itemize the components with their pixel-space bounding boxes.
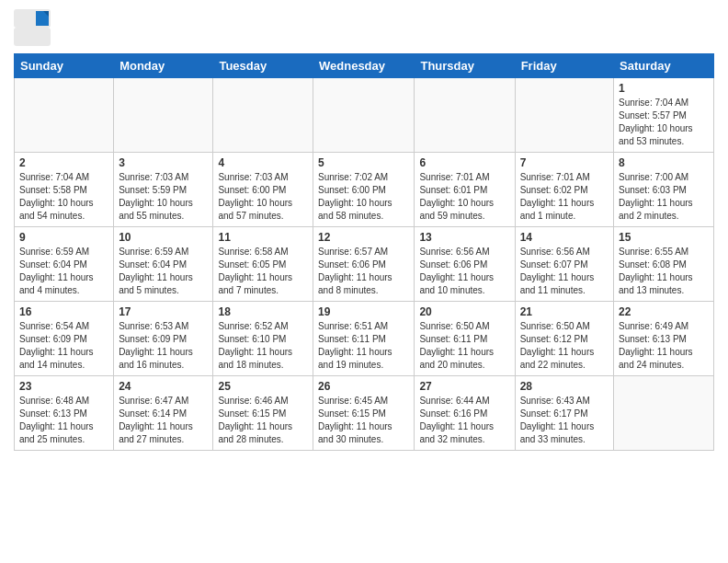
day-info: Sunrise: 6:50 AM Sunset: 6:12 PM Dayligh…: [520, 320, 609, 372]
day-number: 1: [619, 82, 709, 95]
day-number: 17: [119, 305, 208, 318]
calendar-cell: 2Sunrise: 7:04 AM Sunset: 5:58 PM Daylig…: [15, 153, 114, 227]
calendar-cell: [515, 78, 613, 153]
day-number: 6: [419, 156, 509, 169]
day-number: 12: [318, 231, 409, 244]
calendar-cell: [213, 78, 313, 153]
calendar-cell: 20Sunrise: 6:50 AM Sunset: 6:11 PM Dayli…: [415, 302, 515, 376]
day-number: 8: [619, 156, 709, 169]
calendar-cell: 15Sunrise: 6:55 AM Sunset: 6:08 PM Dayli…: [614, 227, 714, 302]
calendar-cell: 12Sunrise: 6:57 AM Sunset: 6:06 PM Dayli…: [313, 227, 415, 302]
day-info: Sunrise: 6:50 AM Sunset: 6:11 PM Dayligh…: [419, 320, 509, 372]
day-number: 27: [419, 380, 509, 393]
calendar-cell: 24Sunrise: 6:47 AM Sunset: 6:14 PM Dayli…: [114, 376, 213, 451]
day-info: Sunrise: 6:49 AM Sunset: 6:13 PM Dayligh…: [619, 320, 709, 372]
calendar-cell: 13Sunrise: 6:56 AM Sunset: 6:06 PM Dayli…: [415, 227, 515, 302]
day-number: 9: [19, 231, 108, 244]
day-number: 28: [520, 380, 609, 393]
day-number: 20: [419, 305, 509, 318]
weekday-header-monday: Monday: [114, 54, 213, 78]
day-info: Sunrise: 7:00 AM Sunset: 6:03 PM Dayligh…: [619, 171, 709, 223]
day-info: Sunrise: 6:47 AM Sunset: 6:14 PM Dayligh…: [119, 395, 208, 446]
day-number: 5: [318, 156, 409, 169]
logo-icon-area: [14, 9, 51, 46]
day-number: 3: [119, 156, 208, 169]
week-row-2: 2Sunrise: 7:04 AM Sunset: 5:58 PM Daylig…: [15, 153, 714, 227]
day-number: 4: [218, 156, 308, 169]
week-row-3: 9Sunrise: 6:59 AM Sunset: 6:04 PM Daylig…: [15, 227, 714, 302]
day-number: 26: [318, 380, 409, 393]
day-info: Sunrise: 7:02 AM Sunset: 6:00 PM Dayligh…: [318, 171, 409, 223]
calendar-cell: 19Sunrise: 6:51 AM Sunset: 6:11 PM Dayli…: [313, 302, 415, 376]
day-info: Sunrise: 6:45 AM Sunset: 6:15 PM Dayligh…: [318, 395, 409, 446]
calendar-cell: 1Sunrise: 7:04 AM Sunset: 5:57 PM Daylig…: [614, 78, 714, 153]
day-info: Sunrise: 6:53 AM Sunset: 6:09 PM Dayligh…: [119, 320, 208, 372]
day-info: Sunrise: 6:54 AM Sunset: 6:09 PM Dayligh…: [19, 320, 108, 372]
day-info: Sunrise: 6:59 AM Sunset: 6:04 PM Dayligh…: [119, 246, 208, 297]
day-number: 13: [419, 231, 509, 244]
day-number: 18: [218, 305, 308, 318]
weekday-header-tuesday: Tuesday: [213, 54, 313, 78]
weekday-header-sunday: Sunday: [15, 54, 114, 78]
weekday-header-wednesday: Wednesday: [313, 54, 415, 78]
weekday-header-thursday: Thursday: [415, 54, 515, 78]
calendar-cell: 17Sunrise: 6:53 AM Sunset: 6:09 PM Dayli…: [114, 302, 213, 376]
week-row-5: 23Sunrise: 6:48 AM Sunset: 6:13 PM Dayli…: [15, 376, 714, 451]
week-row-1: 1Sunrise: 7:04 AM Sunset: 5:57 PM Daylig…: [15, 78, 714, 153]
calendar-cell: [614, 376, 714, 451]
calendar-cell: [313, 78, 415, 153]
calendar-cell: [114, 78, 213, 153]
day-number: 7: [520, 156, 609, 169]
svg-rect-0: [14, 28, 51, 46]
calendar-cell: 14Sunrise: 6:56 AM Sunset: 6:07 PM Dayli…: [515, 227, 613, 302]
day-number: 22: [619, 305, 709, 318]
logo-svg-icon: [14, 9, 51, 46]
day-info: Sunrise: 6:57 AM Sunset: 6:06 PM Dayligh…: [318, 246, 409, 297]
day-info: Sunrise: 6:58 AM Sunset: 6:05 PM Dayligh…: [218, 246, 308, 297]
day-info: Sunrise: 6:48 AM Sunset: 6:13 PM Dayligh…: [19, 395, 108, 446]
day-info: Sunrise: 6:55 AM Sunset: 6:08 PM Dayligh…: [619, 246, 709, 297]
day-number: 16: [19, 305, 108, 318]
calendar-cell: 5Sunrise: 7:02 AM Sunset: 6:00 PM Daylig…: [313, 153, 415, 227]
weekday-header-friday: Friday: [515, 54, 613, 78]
header: [14, 9, 714, 46]
day-info: Sunrise: 7:01 AM Sunset: 6:01 PM Dayligh…: [419, 171, 509, 223]
calendar-cell: 8Sunrise: 7:00 AM Sunset: 6:03 PM Daylig…: [614, 153, 714, 227]
calendar-cell: 11Sunrise: 6:58 AM Sunset: 6:05 PM Dayli…: [213, 227, 313, 302]
week-row-4: 16Sunrise: 6:54 AM Sunset: 6:09 PM Dayli…: [15, 302, 714, 376]
day-info: Sunrise: 6:56 AM Sunset: 6:07 PM Dayligh…: [520, 246, 609, 297]
day-info: Sunrise: 7:04 AM Sunset: 5:58 PM Dayligh…: [19, 171, 108, 223]
calendar-cell: 16Sunrise: 6:54 AM Sunset: 6:09 PM Dayli…: [15, 302, 114, 376]
day-info: Sunrise: 6:56 AM Sunset: 6:06 PM Dayligh…: [419, 246, 509, 297]
logo: [14, 9, 52, 46]
calendar-cell: 10Sunrise: 6:59 AM Sunset: 6:04 PM Dayli…: [114, 227, 213, 302]
calendar-cell: [15, 78, 114, 153]
day-info: Sunrise: 6:59 AM Sunset: 6:04 PM Dayligh…: [19, 246, 108, 297]
calendar-cell: [415, 78, 515, 153]
calendar-cell: 27Sunrise: 6:44 AM Sunset: 6:16 PM Dayli…: [415, 376, 515, 451]
page: SundayMondayTuesdayWednesdayThursdayFrid…: [0, 0, 728, 563]
day-info: Sunrise: 7:01 AM Sunset: 6:02 PM Dayligh…: [520, 171, 609, 223]
day-number: 10: [119, 231, 208, 244]
calendar-cell: 6Sunrise: 7:01 AM Sunset: 6:01 PM Daylig…: [415, 153, 515, 227]
day-number: 21: [520, 305, 609, 318]
day-info: Sunrise: 7:04 AM Sunset: 5:57 PM Dayligh…: [619, 97, 709, 148]
day-number: 11: [218, 231, 308, 244]
calendar-cell: 26Sunrise: 6:45 AM Sunset: 6:15 PM Dayli…: [313, 376, 415, 451]
day-info: Sunrise: 6:43 AM Sunset: 6:17 PM Dayligh…: [520, 395, 609, 446]
calendar-cell: 22Sunrise: 6:49 AM Sunset: 6:13 PM Dayli…: [614, 302, 714, 376]
calendar-cell: 23Sunrise: 6:48 AM Sunset: 6:13 PM Dayli…: [15, 376, 114, 451]
day-info: Sunrise: 7:03 AM Sunset: 6:00 PM Dayligh…: [218, 171, 308, 223]
calendar-cell: 4Sunrise: 7:03 AM Sunset: 6:00 PM Daylig…: [213, 153, 313, 227]
weekday-header-row: SundayMondayTuesdayWednesdayThursdayFrid…: [15, 54, 714, 78]
calendar-cell: 28Sunrise: 6:43 AM Sunset: 6:17 PM Dayli…: [515, 376, 613, 451]
calendar-cell: 9Sunrise: 6:59 AM Sunset: 6:04 PM Daylig…: [15, 227, 114, 302]
day-number: 24: [119, 380, 208, 393]
day-number: 25: [218, 380, 308, 393]
day-number: 23: [19, 380, 108, 393]
day-number: 19: [318, 305, 409, 318]
day-number: 15: [619, 231, 709, 244]
day-info: Sunrise: 6:52 AM Sunset: 6:10 PM Dayligh…: [218, 320, 308, 372]
calendar-cell: 7Sunrise: 7:01 AM Sunset: 6:02 PM Daylig…: [515, 153, 613, 227]
day-number: 2: [19, 156, 108, 169]
